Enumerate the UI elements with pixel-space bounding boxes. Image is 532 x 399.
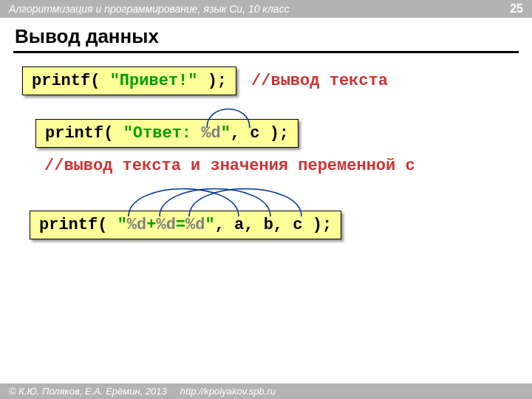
code-format: %d [201, 124, 220, 143]
code-format: %d [156, 216, 175, 234]
title-divider [13, 51, 519, 53]
code-string: "Привет!" [110, 72, 198, 90]
code-token: ); [302, 216, 332, 234]
footer-bar: © К.Ю. Поляков, Е.А. Ерёмин, 2013 http:/… [0, 383, 532, 399]
snippet-1-row: printf( "Привет!" ); //вывод текста [22, 66, 510, 95]
code-token: ); [197, 72, 227, 90]
code-token: ); [259, 124, 289, 143]
snippet-3-row: printf( "%d+%d=%d", a, b, c ); [30, 211, 510, 239]
code-token: , c [231, 124, 260, 143]
code-box-1: printf( "Привет!" ); [22, 66, 236, 95]
code-token: printf( [32, 72, 110, 90]
footer-copyright: © К.Ю. Поляков, Е.А. Ерёмин, 2013 [9, 386, 167, 397]
code-string: " [221, 124, 231, 143]
header-bar: Алгоритмизация и программирование, язык … [0, 0, 532, 18]
code-format: %d [127, 216, 146, 234]
code-box-2: printf( "Ответ: %d", c ); [35, 119, 299, 148]
page-number: 25 [510, 2, 523, 16]
code-token: , a, b, c [215, 216, 303, 234]
code-string: = [176, 216, 185, 234]
page-title: Вывод данных [0, 18, 532, 51]
code-format: %d [185, 216, 205, 234]
code-string: "Ответ: [123, 124, 202, 143]
code-token: printf( [39, 216, 117, 234]
footer-url: http://kpolyakov.spb.ru [180, 386, 276, 397]
code-string: + [146, 216, 156, 234]
snippet-2-row: printf( "Ответ: %d", c ); [35, 119, 510, 148]
comment-2: //вывод текста и значения переменной c [22, 157, 510, 175]
code-box-3: printf( "%d+%d=%d", a, b, c ); [30, 211, 341, 239]
content-area: printf( "Привет!" ); //вывод текста prin… [0, 66, 532, 239]
code-token: printf( [45, 124, 123, 143]
course-label: Алгоритмизация и программирование, язык … [9, 3, 290, 15]
code-string: " [205, 216, 214, 234]
code-string: " [117, 216, 127, 234]
comment-1: //вывод текста [251, 72, 388, 90]
